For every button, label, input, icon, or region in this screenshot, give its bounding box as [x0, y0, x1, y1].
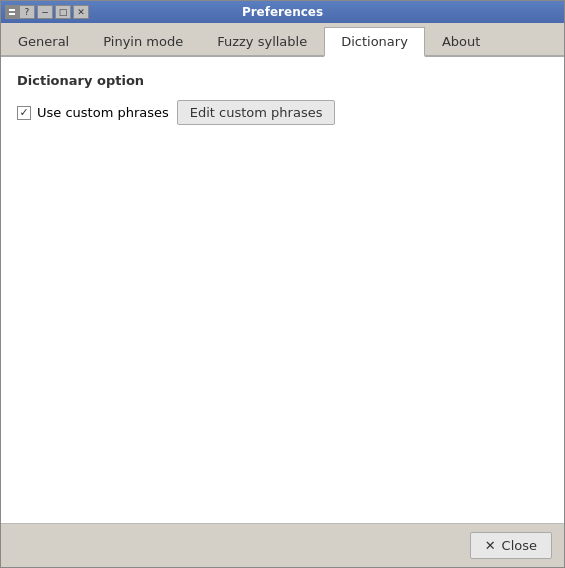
- tab-bar: General Pinyin mode Fuzzy syllable Dicti…: [1, 23, 564, 57]
- app-icon: [5, 5, 19, 19]
- use-custom-phrases-row: Use custom phrases Edit custom phrases: [17, 100, 548, 125]
- use-custom-phrases-checkbox[interactable]: [17, 106, 31, 120]
- tab-general[interactable]: General: [1, 27, 86, 57]
- edit-custom-phrases-button[interactable]: Edit custom phrases: [177, 100, 336, 125]
- maximize-button[interactable]: □: [55, 5, 71, 19]
- close-footer-button[interactable]: ✕ Close: [470, 532, 552, 559]
- minimize-button[interactable]: −: [37, 5, 53, 19]
- tab-dictionary[interactable]: Dictionary: [324, 27, 425, 57]
- titlebar: Preferences ? − □ ✕: [1, 1, 564, 23]
- help-button[interactable]: ?: [19, 5, 35, 19]
- preferences-window: Preferences ? − □ ✕ General Pinyin mode …: [0, 0, 565, 568]
- use-custom-phrases-text: Use custom phrases: [37, 105, 169, 120]
- content-area: Dictionary option Use custom phrases Edi…: [1, 57, 564, 523]
- svg-rect-2: [9, 13, 15, 15]
- titlebar-left: [5, 5, 19, 19]
- close-button[interactable]: ✕: [73, 5, 89, 19]
- tab-pinyin-mode[interactable]: Pinyin mode: [86, 27, 200, 57]
- svg-rect-0: [7, 7, 17, 17]
- window-controls: ? − □ ✕: [19, 5, 89, 19]
- close-label: Close: [502, 538, 537, 553]
- tab-about[interactable]: About: [425, 27, 497, 57]
- use-custom-phrases-label[interactable]: Use custom phrases: [17, 105, 169, 120]
- close-icon: ✕: [485, 538, 496, 553]
- footer: ✕ Close: [1, 523, 564, 567]
- svg-rect-1: [9, 9, 15, 11]
- tab-fuzzy-syllable[interactable]: Fuzzy syllable: [200, 27, 324, 57]
- section-title: Dictionary option: [17, 73, 548, 88]
